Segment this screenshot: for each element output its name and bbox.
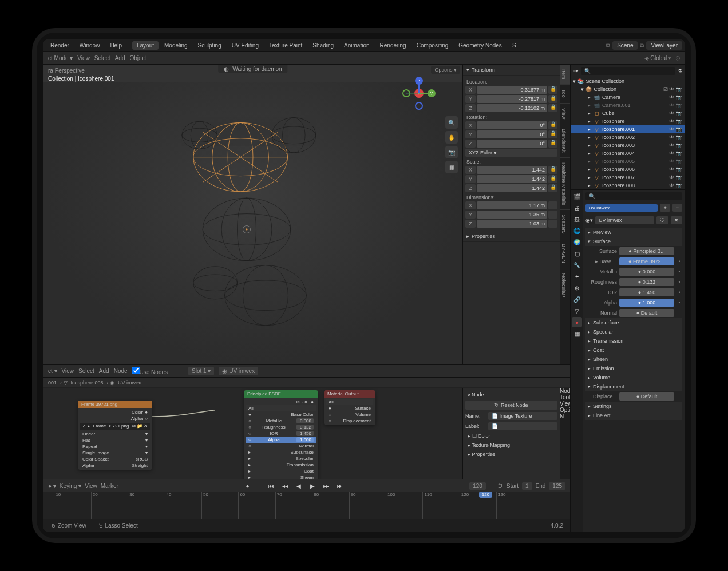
ol-item-camera-001[interactable]: ▸ 📹Camera.001👁 📷 [571, 101, 685, 109]
ptab-texture[interactable]: ▦ [572, 328, 582, 339]
bc-mesh[interactable]: Icosphere.008 [71, 380, 104, 386]
slot-select[interactable]: Slot 1 ▾ [188, 367, 214, 375]
vp-options[interactable]: Options ▾ [431, 66, 460, 74]
ptab-material[interactable]: ● [572, 317, 582, 327]
ne-node[interactable]: Node [114, 368, 128, 374]
ptab-data[interactable]: ▽ [572, 306, 582, 316]
ws-sculpting[interactable]: Sculpting [193, 41, 226, 50]
ol-scene-collection[interactable]: ▾ 📚Scene Collection [571, 77, 685, 85]
tl-keying[interactable]: Keying ▾ [60, 483, 81, 489]
netab-options[interactable]: Options [560, 407, 570, 413]
start-frame[interactable]: 1 [522, 482, 532, 490]
menu-render[interactable]: Render [46, 41, 74, 50]
ol-item-icosphere-005[interactable]: ▸ ▽Icosphere.005👁 📷 [571, 157, 685, 165]
ptab-scene[interactable]: 🌐 [572, 225, 582, 236]
tab-scatter[interactable]: Scatter5 [560, 210, 570, 239]
outliner-search[interactable]: 🔍 [581, 67, 675, 75]
metallic-val[interactable]: ● 0.000 [619, 268, 674, 276]
viewlayer-field[interactable]: ViewLayer [646, 41, 682, 50]
tab-item[interactable]: Item [560, 65, 570, 85]
coat-section[interactable]: ▸ Coat [585, 346, 682, 355]
ne-mode[interactable]: ct ▾ [48, 368, 57, 374]
transmission-section[interactable]: ▸ Transmission [585, 336, 682, 346]
ptab-particle[interactable]: ✦ [572, 271, 582, 281]
loc-x[interactable]: 0.31677 m [477, 86, 547, 94]
surface-section[interactable]: ▾ Surface [585, 237, 682, 246]
node-section[interactable]: v Node [465, 390, 557, 399]
rot-z[interactable]: 0° [477, 140, 547, 148]
ws-texpaint[interactable]: Texture Paint [264, 41, 307, 50]
ws-uv[interactable]: UV Editing [227, 41, 263, 50]
tl-marker[interactable]: Marker [101, 483, 118, 489]
transform-header[interactable]: ▾ Transform [463, 65, 560, 76]
ior-val[interactable]: ● 1.450 [619, 288, 674, 296]
use-nodes-check[interactable]: Use Nodes [132, 367, 168, 375]
tab-tool[interactable]: Tool [560, 85, 570, 104]
props-header[interactable]: ▸ Properties [463, 231, 560, 242]
node-name-field[interactable]: 📄 Image Texture [488, 412, 557, 420]
next-key-icon[interactable]: ▸▸ [321, 481, 331, 490]
hdr-view[interactable]: View [77, 55, 90, 61]
hdr-object[interactable]: Object [129, 55, 146, 61]
rot-mode[interactable]: XYZ Euler ▾ [465, 149, 557, 157]
disp-section[interactable]: ▾ Displacement [585, 382, 682, 391]
netab-tool[interactable]: Tool [560, 394, 570, 401]
rot-y[interactable]: 0° [477, 130, 547, 138]
ws-render[interactable]: Rendering [375, 41, 411, 50]
ne-select[interactable]: Select [78, 368, 94, 374]
alpha-val[interactable]: ● 1.000 [619, 299, 674, 307]
ne-view[interactable]: View [62, 368, 74, 374]
ptab-object[interactable]: ▢ [572, 248, 582, 259]
play-rev-icon[interactable]: ◀ [294, 481, 304, 490]
ptab-output[interactable]: 🖨 [572, 203, 582, 213]
menu-window[interactable]: Window [75, 41, 105, 50]
ptab-view[interactable]: 🖼 [572, 214, 582, 224]
ptab-render[interactable]: 🎬 [572, 191, 582, 201]
ol-item-cube[interactable]: ▸ ◻Cube👁 📷 [571, 109, 685, 117]
tab-molecular[interactable]: Molecular+ [560, 268, 570, 303]
ol-item-icosphere-003[interactable]: ▸ ▽Icosphere.003👁 📷 [571, 141, 685, 149]
sc-y[interactable]: 1.442 [477, 175, 547, 183]
camera-icon[interactable]: 📷 [445, 146, 458, 158]
bc-mat[interactable]: UV imwex [118, 380, 141, 386]
ws-more[interactable]: S [508, 41, 521, 50]
ol-item-icosphere-001[interactable]: ▸ ▽Icosphere.001👁 📷 [571, 125, 685, 133]
netab-view[interactable]: View [560, 401, 570, 407]
mode-select[interactable]: ct Mode ▾ [48, 55, 73, 61]
bc-obj[interactable]: 001 [48, 380, 57, 386]
autokey-icon[interactable]: ● [242, 481, 252, 490]
ptab-world[interactable]: 🌍 [572, 237, 582, 247]
hdr-select[interactable]: Select [94, 55, 110, 61]
subsurf-section[interactable]: ▸ Subsurface [585, 318, 682, 327]
base-val[interactable]: ● Frame 3972... [619, 257, 674, 265]
cur-frame[interactable]: 120 [469, 482, 486, 490]
timeline-ruler[interactable]: 102030405060708090100110120130 120 [43, 492, 570, 519]
prev-key-icon[interactable]: ◂◂ [280, 481, 290, 490]
emission-section[interactable]: ▸ Emission [585, 364, 682, 373]
orientation[interactable]: ⚹ Global ▾ [644, 55, 671, 62]
ol-item-icosphere[interactable]: ▸ ▽Icosphere👁 📷 [571, 117, 685, 125]
scene-field[interactable]: Scene [612, 41, 638, 50]
tab-blenderkit[interactable]: BlenderKit [560, 124, 570, 158]
viewport-3d[interactable]: ra Perspective Collection | Icosphere.00… [43, 65, 462, 364]
ptab-constraint[interactable]: 🔗 [572, 294, 582, 304]
disp-val[interactable]: ● Default [619, 392, 674, 401]
ptab-modifier[interactable]: 🔧 [572, 260, 582, 270]
persp-icon[interactable]: ▦ [445, 161, 458, 173]
ol-item-icosphere-002[interactable]: ▸ ▽Icosphere.002👁 📷 [571, 133, 685, 141]
reset-node-button[interactable]: ↻ Reset Node [465, 401, 557, 410]
texmap-section[interactable]: ▸ Texture Mapping [465, 441, 557, 450]
loc-y[interactable]: -0.27817 m [477, 95, 547, 103]
ol-item-icosphere-006[interactable]: ▸ ▽Icosphere.006👁 📷 [571, 165, 685, 173]
dim-z[interactable]: 1.03 m [477, 220, 547, 228]
prop-search[interactable]: 🔍 [585, 192, 682, 200]
specular-section[interactable]: ▸ Specular [585, 327, 682, 336]
tab-view[interactable]: View [560, 104, 570, 124]
tl-view[interactable]: View [85, 483, 97, 489]
ne-add[interactable]: Add [99, 368, 109, 374]
pan-icon[interactable]: ✋ [445, 131, 458, 144]
nodeprops-section[interactable]: ▸ Properties [465, 450, 557, 459]
end-frame[interactable]: 125 [549, 482, 565, 490]
ws-shading[interactable]: Shading [308, 41, 338, 50]
ws-anim[interactable]: Animation [339, 41, 374, 50]
